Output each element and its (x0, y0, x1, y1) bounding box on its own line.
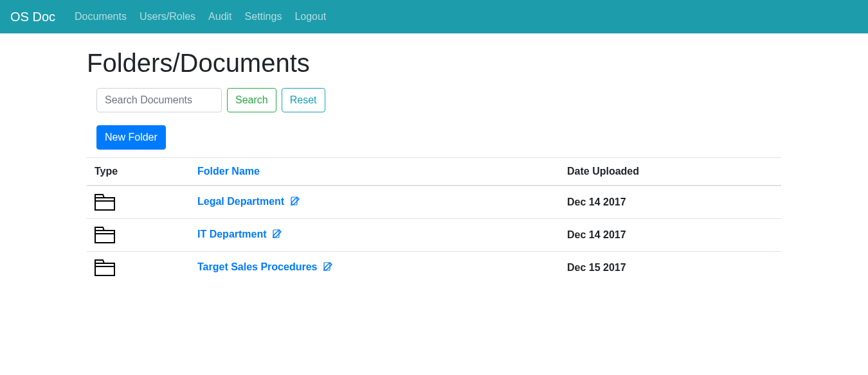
documents-table: Type Folder Name Date Uploaded (87, 157, 781, 284)
search-button[interactable]: Search (227, 88, 276, 112)
cell-type (87, 219, 190, 252)
header-date-uploaded: Date Uploaded (559, 158, 781, 186)
page-title: Folders/Documents (87, 49, 781, 78)
cell-type (87, 252, 190, 284)
folder-link[interactable]: IT Department (197, 229, 267, 240)
table-row: Target Sales Procedures Dec 15 2017 (87, 252, 781, 284)
cell-folder-name: Target Sales Procedures (190, 252, 559, 284)
new-folder-wrap: New Folder (96, 125, 781, 150)
edit-icon[interactable] (272, 229, 282, 241)
cell-folder-name: Legal Department (190, 186, 559, 219)
header-type: Type (87, 158, 190, 186)
app-brand[interactable]: OS Doc (10, 10, 55, 24)
folder-icon (95, 227, 182, 243)
cell-folder-name: IT Department (190, 219, 559, 252)
cell-date: Dec 15 2017 (559, 252, 781, 284)
nav-audit[interactable]: Audit (208, 11, 231, 22)
table-row: IT Department Dec 14 2017 (87, 219, 781, 252)
folder-icon (95, 259, 182, 276)
cell-date: Dec 14 2017 (559, 186, 781, 219)
cell-date: Dec 14 2017 (559, 219, 781, 252)
top-navbar: OS Doc Documents Users/Roles Audit Setti… (0, 0, 868, 33)
sort-folder-name[interactable]: Folder Name (197, 166, 260, 177)
nav-list: Documents Users/Roles Audit Settings Log… (68, 6, 332, 28)
nav-logout[interactable]: Logout (294, 11, 326, 22)
search-row: Search Reset (96, 88, 781, 112)
table-header-row: Type Folder Name Date Uploaded (87, 158, 781, 186)
nav-documents[interactable]: Documents (75, 11, 127, 22)
folder-link[interactable]: Legal Department (197, 196, 284, 207)
header-folder-name[interactable]: Folder Name (190, 158, 559, 186)
reset-button[interactable]: Reset (282, 88, 325, 112)
table-row: Legal Department Dec 14 2017 (87, 186, 781, 219)
folder-icon (95, 194, 182, 211)
folder-link[interactable]: Target Sales Procedures (197, 261, 317, 272)
cell-type (87, 186, 190, 219)
edit-icon[interactable] (290, 196, 300, 209)
search-input[interactable] (96, 88, 222, 112)
edit-icon[interactable] (323, 261, 333, 274)
nav-users-roles[interactable]: Users/Roles (140, 11, 195, 22)
nav-settings[interactable]: Settings (245, 11, 282, 22)
svg-rect-6 (95, 263, 114, 275)
main-container: Folders/Documents Search Reset New Folde… (77, 49, 791, 284)
svg-rect-3 (95, 231, 114, 243)
new-folder-button[interactable]: New Folder (96, 125, 166, 150)
svg-rect-0 (95, 198, 114, 210)
